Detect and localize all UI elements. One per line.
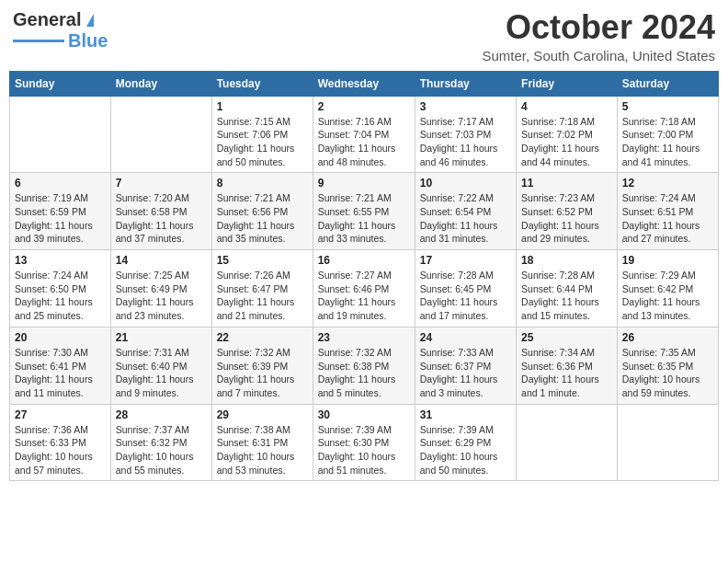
calendar-cell: 12 Sunrise: 7:24 AM Sunset: 6:51 PM Dayl… xyxy=(617,173,718,250)
sunset: Sunset: 7:02 PM xyxy=(521,129,593,140)
page-header: General Blue October 2024 Sumter, South … xyxy=(9,9,719,63)
day-of-week-header: Tuesday xyxy=(211,71,313,96)
sunrise: Sunrise: 7:24 AM xyxy=(622,192,696,203)
sunrise: Sunrise: 7:39 AM xyxy=(420,424,494,435)
calendar-cell: 25 Sunrise: 7:34 AM Sunset: 6:36 PM Dayl… xyxy=(517,327,618,404)
sunset: Sunset: 6:49 PM xyxy=(116,283,188,294)
day-number: 7 xyxy=(116,177,207,190)
sunrise: Sunrise: 7:26 AM xyxy=(217,270,290,281)
sunset: Sunset: 7:06 PM xyxy=(217,129,289,140)
sunrise: Sunrise: 7:19 AM xyxy=(15,192,88,203)
daylight: Daylight: 11 hours and 21 minutes. xyxy=(217,296,295,321)
sunset: Sunset: 6:56 PM xyxy=(217,206,289,217)
daylight: Daylight: 11 hours and 39 minutes. xyxy=(15,220,93,245)
sunrise: Sunrise: 7:16 AM xyxy=(318,116,392,127)
calendar-cell: 19 Sunrise: 7:29 AM Sunset: 6:42 PM Dayl… xyxy=(617,250,718,327)
sunset: Sunset: 6:46 PM xyxy=(318,283,390,294)
calendar-cell: 8 Sunrise: 7:21 AM Sunset: 6:56 PM Dayli… xyxy=(211,173,313,250)
calendar-cell: 11 Sunrise: 7:23 AM Sunset: 6:52 PM Dayl… xyxy=(517,173,618,250)
calendar-cell: 24 Sunrise: 7:33 AM Sunset: 6:37 PM Dayl… xyxy=(415,327,516,404)
calendar-cell: 1 Sunrise: 7:15 AM Sunset: 7:06 PM Dayli… xyxy=(211,96,313,173)
day-of-week-header: Monday xyxy=(110,71,211,96)
day-of-week-header: Thursday xyxy=(415,71,516,96)
daylight: Daylight: 11 hours and 1 minute. xyxy=(521,373,599,398)
daylight: Daylight: 11 hours and 13 minutes. xyxy=(622,296,700,321)
sunset: Sunset: 6:51 PM xyxy=(622,206,694,217)
calendar-cell: 15 Sunrise: 7:26 AM Sunset: 6:47 PM Dayl… xyxy=(211,250,313,327)
calendar-body: 1 Sunrise: 7:15 AM Sunset: 7:06 PM Dayli… xyxy=(10,96,719,481)
daylight: Daylight: 11 hours and 27 minutes. xyxy=(622,220,700,245)
daylight: Daylight: 11 hours and 17 minutes. xyxy=(420,296,498,321)
sunset: Sunset: 6:44 PM xyxy=(521,283,593,294)
daylight: Daylight: 11 hours and 29 minutes. xyxy=(521,220,599,245)
sunrise: Sunrise: 7:23 AM xyxy=(521,192,595,203)
title-section: October 2024 Sumter, South Carolina, Uni… xyxy=(483,9,715,63)
day-number: 21 xyxy=(116,331,207,344)
calendar-cell xyxy=(110,96,211,173)
days-of-week-header: SundayMondayTuesdayWednesdayThursdayFrid… xyxy=(10,71,719,96)
sunrise: Sunrise: 7:21 AM xyxy=(318,192,392,203)
day-number: 18 xyxy=(521,254,612,267)
calendar-cell: 30 Sunrise: 7:39 AM Sunset: 6:30 PM Dayl… xyxy=(313,404,415,481)
calendar-week-row: 20 Sunrise: 7:30 AM Sunset: 6:41 PM Dayl… xyxy=(10,327,719,404)
sunrise: Sunrise: 7:31 AM xyxy=(116,347,189,358)
sunset: Sunset: 6:40 PM xyxy=(116,361,188,372)
logo-general: General xyxy=(13,9,81,30)
calendar-cell: 3 Sunrise: 7:17 AM Sunset: 7:03 PM Dayli… xyxy=(415,96,516,173)
daylight: Daylight: 10 hours and 53 minutes. xyxy=(217,451,295,476)
daylight: Daylight: 10 hours and 50 minutes. xyxy=(420,451,498,476)
sunset: Sunset: 6:31 PM xyxy=(217,437,289,448)
day-number: 28 xyxy=(116,408,207,421)
calendar-cell: 22 Sunrise: 7:32 AM Sunset: 6:39 PM Dayl… xyxy=(211,327,313,404)
sunset: Sunset: 7:03 PM xyxy=(420,129,492,140)
calendar-cell: 28 Sunrise: 7:37 AM Sunset: 6:32 PM Dayl… xyxy=(110,404,211,481)
calendar-cell: 27 Sunrise: 7:36 AM Sunset: 6:33 PM Dayl… xyxy=(10,404,111,481)
day-number: 31 xyxy=(420,408,511,421)
day-number: 26 xyxy=(622,331,713,344)
sunset: Sunset: 6:58 PM xyxy=(116,206,188,217)
daylight: Daylight: 11 hours and 35 minutes. xyxy=(217,220,295,245)
sunrise: Sunrise: 7:20 AM xyxy=(116,192,189,203)
calendar-week-row: 6 Sunrise: 7:19 AM Sunset: 6:59 PM Dayli… xyxy=(10,173,719,250)
daylight: Daylight: 10 hours and 59 minutes. xyxy=(622,373,700,398)
sunrise: Sunrise: 7:38 AM xyxy=(217,424,290,435)
sunset: Sunset: 7:04 PM xyxy=(318,129,390,140)
sunset: Sunset: 6:54 PM xyxy=(420,206,492,217)
day-number: 29 xyxy=(217,408,308,421)
sunset: Sunset: 6:38 PM xyxy=(318,361,390,372)
day-number: 12 xyxy=(622,177,713,190)
sunset: Sunset: 6:47 PM xyxy=(217,283,289,294)
sunrise: Sunrise: 7:30 AM xyxy=(15,347,88,358)
sunset: Sunset: 6:35 PM xyxy=(622,361,694,372)
calendar-week-row: 1 Sunrise: 7:15 AM Sunset: 7:06 PM Dayli… xyxy=(10,96,719,173)
day-number: 25 xyxy=(521,331,612,344)
sunrise: Sunrise: 7:35 AM xyxy=(622,347,696,358)
sunrise: Sunrise: 7:22 AM xyxy=(420,192,494,203)
sunset: Sunset: 6:55 PM xyxy=(318,206,390,217)
day-number: 8 xyxy=(217,177,308,190)
sunrise: Sunrise: 7:37 AM xyxy=(116,424,189,435)
daylight: Daylight: 11 hours and 7 minutes. xyxy=(217,373,295,398)
daylight: Daylight: 11 hours and 37 minutes. xyxy=(116,220,194,245)
daylight: Daylight: 11 hours and 46 minutes. xyxy=(420,143,498,167)
logo: General Blue xyxy=(13,9,108,52)
sunrise: Sunrise: 7:25 AM xyxy=(116,270,189,281)
sunset: Sunset: 6:30 PM xyxy=(318,437,390,448)
day-of-week-header: Friday xyxy=(517,71,618,96)
day-number: 2 xyxy=(318,100,410,113)
daylight: Daylight: 11 hours and 48 minutes. xyxy=(318,143,396,167)
day-number: 5 xyxy=(622,100,713,113)
daylight: Daylight: 11 hours and 23 minutes. xyxy=(116,296,194,321)
day-of-week-header: Sunday xyxy=(10,71,111,96)
day-number: 27 xyxy=(15,408,106,421)
sunrise: Sunrise: 7:39 AM xyxy=(318,424,392,435)
day-number: 4 xyxy=(521,100,612,113)
daylight: Daylight: 11 hours and 19 minutes. xyxy=(318,296,396,321)
calendar-cell: 18 Sunrise: 7:28 AM Sunset: 6:44 PM Dayl… xyxy=(517,250,618,327)
daylight: Daylight: 11 hours and 5 minutes. xyxy=(318,373,396,398)
calendar-cell: 2 Sunrise: 7:16 AM Sunset: 7:04 PM Dayli… xyxy=(313,96,415,173)
calendar-cell: 10 Sunrise: 7:22 AM Sunset: 6:54 PM Dayl… xyxy=(415,173,516,250)
calendar-cell: 16 Sunrise: 7:27 AM Sunset: 6:46 PM Dayl… xyxy=(313,250,415,327)
sunrise: Sunrise: 7:28 AM xyxy=(521,270,595,281)
daylight: Daylight: 11 hours and 41 minutes. xyxy=(622,143,700,167)
